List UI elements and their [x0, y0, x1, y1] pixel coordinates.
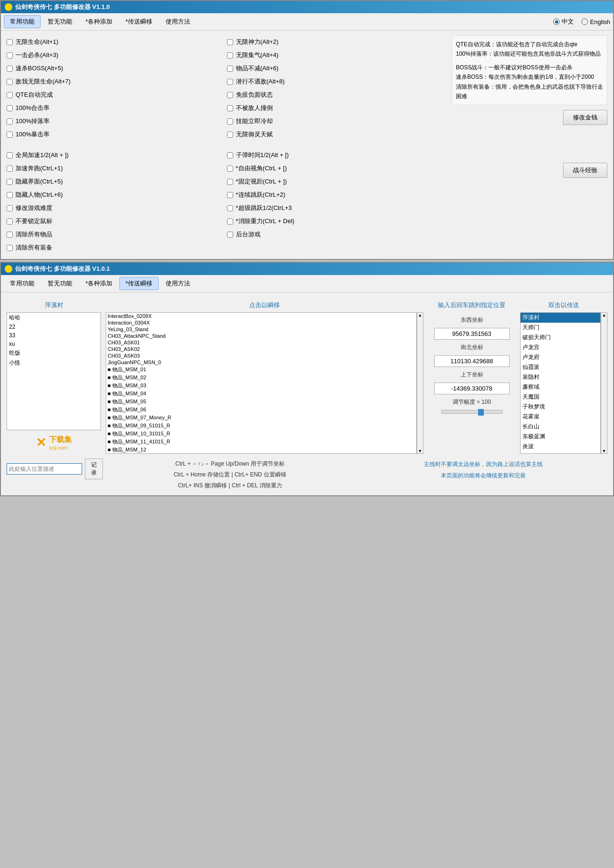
slider-track[interactable] — [441, 410, 503, 414]
scroll-loc-down[interactable]: ▼ — [602, 449, 606, 453]
npc-item-15[interactable]: 物品_MSM_09_51015_R — [106, 422, 416, 430]
cb-unlimited-power[interactable] — [227, 39, 233, 45]
cb-qte-auto[interactable] — [7, 92, 13, 98]
npc-item-8[interactable]: 物品_MSM_01 — [106, 366, 416, 374]
cb-hide-ui[interactable] — [7, 179, 13, 185]
npc-item-5[interactable]: CH03_ASK02 — [106, 346, 416, 352]
npc-item-9[interactable]: 物品_MSM_02 — [106, 374, 416, 382]
menu-item-add-2[interactable]: *各种添加 — [79, 277, 118, 290]
menu-item-teleport-2[interactable]: *传送瞬移 — [119, 277, 159, 290]
cb-fixed-camera[interactable] — [227, 179, 233, 185]
list-item-33[interactable]: 33 — [7, 331, 101, 340]
cb-speed-kill-boss[interactable] — [7, 66, 13, 72]
scroll-loc-up[interactable]: ▲ — [602, 313, 606, 317]
scroll-down-icon[interactable]: ▼ — [418, 449, 422, 453]
menu-item-howto-2[interactable]: 使用方法 — [160, 277, 196, 290]
cb-hide-character[interactable] — [7, 192, 13, 198]
npc-item-17[interactable]: 物品_MSM_11_41015_R — [106, 438, 416, 446]
cb-continuous-jump[interactable] — [227, 192, 233, 198]
cb-combo-rate[interactable] — [7, 105, 13, 111]
npc-item-13[interactable]: 物品_MSM_06 — [106, 406, 416, 414]
cb-global-speed[interactable] — [7, 152, 13, 159]
npc-list-box[interactable]: InteractBox_0209X Interaction_0304X YeLi… — [106, 312, 417, 454]
list-item-xu[interactable]: xu — [7, 340, 101, 348]
npc-item-14[interactable]: 物品_MSM_07_Money_R — [106, 414, 416, 422]
list-item-22[interactable]: 22 — [7, 323, 101, 331]
cb-run-speed[interactable] — [7, 166, 13, 172]
cb-no-item-reduce[interactable] — [227, 66, 233, 72]
cb-immune-debuff[interactable] — [227, 92, 233, 98]
location-item-9[interactable]: 子秋梦境 — [521, 402, 600, 412]
btn-battle-exp[interactable]: 战斗经验 — [563, 163, 607, 178]
menu-item-common-1[interactable]: 常用功能 — [4, 15, 41, 28]
location-item-8[interactable]: 天魔国 — [521, 392, 600, 402]
location-item-14[interactable]: 魔界 — [521, 451, 600, 454]
cb-background-game[interactable] — [227, 232, 233, 238]
npc-item-18[interactable]: 物品_MSM_12 — [106, 446, 416, 454]
lang-english[interactable]: English — [581, 18, 610, 25]
menu-item-none-2[interactable]: 暂无功能 — [42, 277, 78, 290]
location-item-13[interactable]: 炎波 — [521, 442, 600, 451]
cb-no-knockback[interactable] — [227, 105, 233, 111]
location-item-1[interactable]: 天师门 — [521, 323, 600, 333]
cb-modify-difficulty[interactable] — [7, 205, 13, 211]
coord-x-input[interactable] — [434, 328, 510, 340]
list-item-haha[interactable]: 哈哈 — [7, 313, 101, 323]
list-item-chifan[interactable]: 吃饭 — [7, 348, 101, 358]
location-item-6[interactable]: 泉隐村 — [521, 372, 600, 382]
location-item-11[interactable]: 长白山 — [521, 422, 600, 432]
cb-drop-rate[interactable] — [7, 118, 13, 125]
list-item-xiaogui[interactable]: 小怪 — [7, 358, 101, 368]
npc-item-11[interactable]: 物品_MSM_04 — [106, 390, 416, 398]
npc-item-10[interactable]: 物品_MSM_03 — [106, 382, 416, 390]
location-item-7[interactable]: 廉察域 — [521, 382, 600, 392]
location-item-3[interactable]: 卢龙宫 — [521, 342, 600, 352]
slider-thumb[interactable] — [478, 409, 484, 416]
location-item-4[interactable]: 卢龙府 — [521, 352, 600, 362]
cb-no-lock-mouse[interactable] — [7, 218, 13, 225]
record-button[interactable]: 记录 — [85, 459, 103, 479]
radio-chinese[interactable] — [553, 18, 560, 25]
location-item-12[interactable]: 东极蓝渊 — [521, 432, 600, 442]
cb-unlimited-qi[interactable] — [227, 52, 233, 58]
cb-onehit-kill[interactable] — [7, 52, 13, 58]
cb-skill-cooldown[interactable] — [227, 118, 233, 125]
menu-item-add-1[interactable]: *各种添加 — [79, 15, 118, 28]
locations-list[interactable]: 萍溪村 天师门 破损天师门 卢龙宫 卢龙府 仙霞派 泉隐村 廉察域 天魔国 子秋… — [520, 312, 601, 454]
scroll-up-icon[interactable]: ▲ — [418, 313, 422, 317]
npc-item-2[interactable]: YeLing_03_Stand — [106, 326, 416, 333]
location-item-5[interactable]: 仙霞派 — [521, 362, 600, 372]
cb-unlimited-life[interactable] — [7, 39, 13, 45]
cb-clear-items[interactable] — [7, 232, 13, 238]
radio-english[interactable] — [581, 18, 588, 25]
desc-input[interactable] — [7, 463, 82, 475]
npc-item-3[interactable]: CH03_AttackNPC_Stand — [106, 333, 416, 339]
location-item-0[interactable]: 萍溪村 — [521, 313, 600, 323]
menu-item-howto-1[interactable]: 使用方法 — [160, 15, 196, 28]
npc-item-16[interactable]: 物品_MSM_10_31015_R — [106, 430, 416, 438]
cb-free-camera[interactable] — [227, 166, 233, 172]
lang-chinese[interactable]: 中文 — [553, 17, 574, 26]
npc-item-0[interactable]: InteractBox_0209X — [106, 313, 416, 319]
menu-item-teleport-1[interactable]: *传送瞬移 — [119, 15, 159, 28]
cb-bullet-time[interactable] — [227, 152, 233, 159]
cb-clear-equipment[interactable] — [7, 245, 13, 251]
npc-item-6[interactable]: CH03_ASK03 — [106, 352, 416, 359]
cb-crit-rate[interactable] — [7, 132, 13, 138]
menu-item-none-1[interactable]: 暂无功能 — [42, 15, 78, 28]
npc-item-7[interactable]: JingGuanNPC_MSN_0 — [106, 359, 416, 366]
npc-item-1[interactable]: Interaction_0304X — [106, 319, 416, 326]
left-list-box[interactable]: 哈哈 22 33 xu 吃饭 小怪 — [7, 312, 101, 430]
npc-item-12[interactable]: 物品_MSM_05 — [106, 398, 416, 406]
coord-z-input[interactable] — [434, 383, 510, 394]
location-item-2[interactable]: 破损天师门 — [521, 333, 600, 342]
btn-modify-gold[interactable]: 修改金钱 — [563, 110, 607, 125]
cb-unlimited-spirit[interactable] — [227, 132, 233, 138]
cb-enemy-unlimited-life[interactable] — [7, 79, 13, 85]
cb-remove-gravity[interactable] — [227, 218, 233, 225]
menu-item-common-2[interactable]: 常用功能 — [4, 277, 41, 290]
coord-y-input[interactable] — [434, 355, 510, 367]
npc-item-4[interactable]: CH03_ASK01 — [106, 339, 416, 346]
scrollbar-npc[interactable]: ▲ ▼ — [417, 312, 423, 454]
cb-no-encounter[interactable] — [227, 79, 233, 85]
